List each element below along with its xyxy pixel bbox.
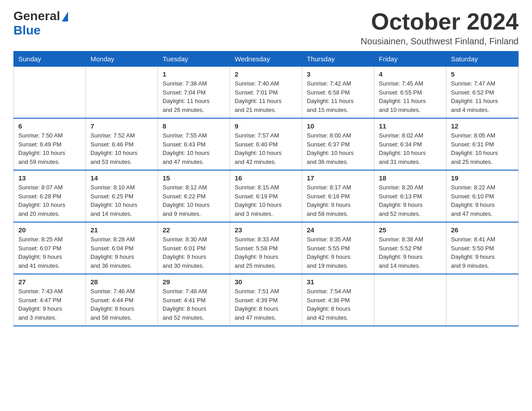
day-number: 31: [307, 278, 369, 286]
calendar-cell: 24Sunrise: 8:35 AM Sunset: 5:55 PM Dayli…: [302, 222, 374, 274]
day-info: Sunrise: 8:20 AM Sunset: 6:13 PM Dayligh…: [379, 183, 442, 218]
day-info: Sunrise: 8:00 AM Sunset: 6:37 PM Dayligh…: [307, 131, 369, 166]
day-number: 1: [163, 70, 225, 78]
calendar-cell: [86, 67, 158, 119]
calendar-cell: 5Sunrise: 7:47 AM Sunset: 6:52 PM Daylig…: [446, 67, 519, 119]
day-number: 23: [235, 226, 297, 234]
calendar-cell: [374, 274, 446, 326]
day-info: Sunrise: 7:51 AM Sunset: 4:39 PM Dayligh…: [235, 287, 297, 322]
calendar-cell: [446, 274, 519, 326]
day-info: Sunrise: 7:47 AM Sunset: 6:52 PM Dayligh…: [451, 79, 514, 114]
day-info: Sunrise: 8:05 AM Sunset: 6:31 PM Dayligh…: [451, 131, 514, 166]
day-info: Sunrise: 8:12 AM Sunset: 6:22 PM Dayligh…: [163, 183, 225, 218]
calendar-cell: 2Sunrise: 7:40 AM Sunset: 7:01 PM Daylig…: [230, 67, 302, 119]
day-number: 8: [163, 122, 225, 130]
calendar-cell: 4Sunrise: 7:45 AM Sunset: 6:55 PM Daylig…: [374, 67, 446, 119]
calendar-cell: 19Sunrise: 8:22 AM Sunset: 6:10 PM Dayli…: [446, 170, 519, 222]
calendar-cell: 9Sunrise: 7:57 AM Sunset: 6:40 PM Daylig…: [230, 118, 302, 170]
header-day-friday: Friday: [374, 51, 446, 67]
day-info: Sunrise: 8:22 AM Sunset: 6:10 PM Dayligh…: [451, 183, 514, 218]
day-number: 7: [90, 122, 153, 130]
day-info: Sunrise: 8:02 AM Sunset: 6:34 PM Dayligh…: [379, 131, 442, 166]
day-info: Sunrise: 7:54 AM Sunset: 4:36 PM Dayligh…: [307, 287, 369, 322]
day-number: 26: [451, 226, 514, 234]
day-number: 12: [451, 122, 514, 130]
calendar-cell: 22Sunrise: 8:30 AM Sunset: 6:01 PM Dayli…: [158, 222, 230, 274]
week-row-2: 6Sunrise: 7:50 AM Sunset: 6:49 PM Daylig…: [14, 118, 519, 170]
day-info: Sunrise: 7:57 AM Sunset: 6:40 PM Dayligh…: [235, 131, 297, 166]
calendar-cell: 8Sunrise: 7:55 AM Sunset: 6:43 PM Daylig…: [158, 118, 230, 170]
calendar-cell: 3Sunrise: 7:42 AM Sunset: 6:58 PM Daylig…: [302, 67, 374, 119]
calendar-cell: 21Sunrise: 8:28 AM Sunset: 6:04 PM Dayli…: [86, 222, 158, 274]
day-number: 29: [163, 278, 225, 286]
day-info: Sunrise: 8:07 AM Sunset: 6:28 PM Dayligh…: [18, 183, 81, 218]
day-number: 5: [451, 70, 514, 78]
calendar-cell: 31Sunrise: 7:54 AM Sunset: 4:36 PM Dayli…: [302, 274, 374, 326]
calendar-cell: 18Sunrise: 8:20 AM Sunset: 6:13 PM Dayli…: [374, 170, 446, 222]
day-number: 27: [18, 278, 81, 286]
week-row-1: 1Sunrise: 7:38 AM Sunset: 7:04 PM Daylig…: [14, 67, 519, 119]
day-info: Sunrise: 7:43 AM Sunset: 4:47 PM Dayligh…: [18, 287, 81, 322]
day-number: 22: [163, 226, 225, 234]
header-day-sunday: Sunday: [14, 51, 86, 67]
calendar-cell: 14Sunrise: 8:10 AM Sunset: 6:25 PM Dayli…: [86, 170, 158, 222]
day-number: 28: [90, 278, 153, 286]
day-info: Sunrise: 7:45 AM Sunset: 6:55 PM Dayligh…: [379, 79, 442, 114]
calendar-cell: 10Sunrise: 8:00 AM Sunset: 6:37 PM Dayli…: [302, 118, 374, 170]
day-info: Sunrise: 7:46 AM Sunset: 4:44 PM Dayligh…: [90, 287, 153, 322]
calendar-cell: 13Sunrise: 8:07 AM Sunset: 6:28 PM Dayli…: [14, 170, 86, 222]
day-number: 14: [90, 174, 153, 182]
calendar-cell: 27Sunrise: 7:43 AM Sunset: 4:47 PM Dayli…: [14, 274, 86, 326]
day-number: 6: [18, 122, 81, 130]
day-info: Sunrise: 7:38 AM Sunset: 7:04 PM Dayligh…: [163, 79, 225, 114]
day-number: 17: [307, 174, 369, 182]
calendar-cell: 12Sunrise: 8:05 AM Sunset: 6:31 PM Dayli…: [446, 118, 519, 170]
day-number: 15: [163, 174, 225, 182]
week-row-4: 20Sunrise: 8:25 AM Sunset: 6:07 PM Dayli…: [14, 222, 519, 274]
day-number: 3: [307, 70, 369, 78]
day-info: Sunrise: 8:28 AM Sunset: 6:04 PM Dayligh…: [90, 235, 153, 270]
day-number: 21: [90, 226, 153, 234]
day-info: Sunrise: 7:48 AM Sunset: 4:41 PM Dayligh…: [163, 287, 225, 322]
day-info: Sunrise: 7:52 AM Sunset: 6:46 PM Dayligh…: [90, 131, 153, 166]
day-number: 2: [235, 70, 297, 78]
logo-triangle-icon: [62, 12, 68, 21]
header-day-tuesday: Tuesday: [158, 51, 230, 67]
logo-text-general: General: [13, 9, 60, 23]
day-info: Sunrise: 8:15 AM Sunset: 6:19 PM Dayligh…: [235, 183, 297, 218]
day-number: 16: [235, 174, 297, 182]
day-info: Sunrise: 7:55 AM Sunset: 6:43 PM Dayligh…: [163, 131, 225, 166]
day-number: 19: [451, 174, 514, 182]
calendar-cell: 6Sunrise: 7:50 AM Sunset: 6:49 PM Daylig…: [14, 118, 86, 170]
day-number: 4: [379, 70, 442, 78]
week-row-5: 27Sunrise: 7:43 AM Sunset: 4:47 PM Dayli…: [14, 274, 519, 326]
header-day-monday: Monday: [86, 51, 158, 67]
logo: General Blue: [13, 9, 68, 38]
day-number: 9: [235, 122, 297, 130]
day-number: 25: [379, 226, 442, 234]
week-row-3: 13Sunrise: 8:07 AM Sunset: 6:28 PM Dayli…: [14, 170, 519, 222]
day-number: 11: [379, 122, 442, 130]
day-info: Sunrise: 8:25 AM Sunset: 6:07 PM Dayligh…: [18, 235, 81, 270]
day-number: 30: [235, 278, 297, 286]
day-number: 20: [18, 226, 81, 234]
header-day-wednesday: Wednesday: [230, 51, 302, 67]
calendar-cell: 30Sunrise: 7:51 AM Sunset: 4:39 PM Dayli…: [230, 274, 302, 326]
page-header: General Blue October 2024 Nousiainen, So…: [13, 9, 519, 47]
header-day-saturday: Saturday: [446, 51, 519, 67]
day-info: Sunrise: 8:41 AM Sunset: 5:50 PM Dayligh…: [451, 235, 514, 270]
day-info: Sunrise: 8:38 AM Sunset: 5:52 PM Dayligh…: [379, 235, 442, 270]
calendar-cell: [14, 67, 86, 119]
day-info: Sunrise: 8:35 AM Sunset: 5:55 PM Dayligh…: [307, 235, 369, 270]
calendar-cell: 29Sunrise: 7:48 AM Sunset: 4:41 PM Dayli…: [158, 274, 230, 326]
location-title: Nousiainen, Southwest Finland, Finland: [361, 36, 519, 47]
calendar-cell: 15Sunrise: 8:12 AM Sunset: 6:22 PM Dayli…: [158, 170, 230, 222]
day-number: 10: [307, 122, 369, 130]
calendar-cell: 11Sunrise: 8:02 AM Sunset: 6:34 PM Dayli…: [374, 118, 446, 170]
day-info: Sunrise: 7:50 AM Sunset: 6:49 PM Dayligh…: [18, 131, 81, 166]
calendar-cell: 28Sunrise: 7:46 AM Sunset: 4:44 PM Dayli…: [86, 274, 158, 326]
calendar-cell: 17Sunrise: 8:17 AM Sunset: 6:16 PM Dayli…: [302, 170, 374, 222]
day-info: Sunrise: 8:17 AM Sunset: 6:16 PM Dayligh…: [307, 183, 369, 218]
month-title: October 2024: [361, 9, 519, 34]
day-info: Sunrise: 8:10 AM Sunset: 6:25 PM Dayligh…: [90, 183, 153, 218]
